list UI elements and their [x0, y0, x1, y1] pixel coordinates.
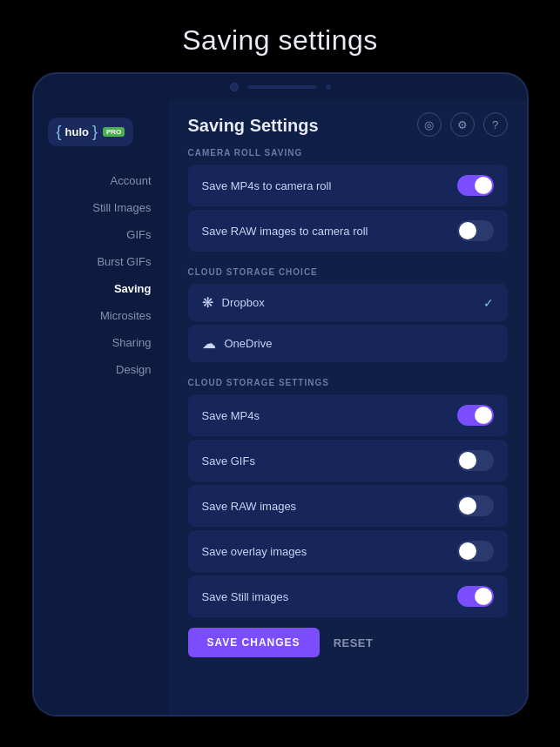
sidebar-item-account[interactable]: Account [34, 167, 169, 194]
gear-icon: ⚙ [457, 118, 468, 131]
camera-roll-row-1-text: Save RAW images to camera roll [202, 225, 368, 238]
logo-brace-open: { [57, 123, 62, 141]
tablet-top-bar [34, 74, 527, 100]
selected-check-icon: ✓ [483, 296, 494, 310]
cloud-settings-row-2: Save RAW images [188, 485, 508, 527]
settings-icon-btn[interactable]: ⚙ [450, 112, 475, 137]
cloud-settings-row-4: Save Still images [188, 575, 508, 617]
location-icon-btn[interactable]: ◎ [417, 112, 442, 137]
sidebar-item-burst-gifs[interactable]: Burst GIFs [34, 248, 169, 275]
sidebar-item-still-images[interactable]: Still Images [34, 194, 169, 221]
onedrive-label: OneDrive [225, 337, 273, 350]
main-content: ◎ ⚙ ? Saving Settings CAMERA ROLL SAVING… [169, 100, 527, 715]
camera-roll-row-0-text: Save MP4s to camera roll [202, 179, 332, 192]
cloud-choice-label: CLOUD STORAGE CHOICE [188, 267, 508, 277]
dropbox-label: Dropbox [222, 296, 265, 309]
cloud-settings-row-1: Save GIFs [188, 440, 508, 481]
cloud-settings-row-0-text: Save MP4s [202, 409, 260, 422]
button-row: SAVE CHANGES RESET [188, 628, 508, 657]
reset-button[interactable]: RESET [334, 636, 374, 649]
cloud-settings-row-3: Save overlay images [188, 530, 508, 572]
sidebar-item-sharing[interactable]: Sharing [34, 329, 169, 356]
toggle-thumb-c4 [475, 588, 492, 605]
save-changes-button[interactable]: SAVE CHANGES [188, 628, 320, 657]
onedrive-icon: ☁ [202, 335, 216, 352]
cloud-settings-row-2-text: Save RAW images [202, 500, 297, 513]
tablet-dot-right [326, 84, 331, 90]
cloud-settings-row-3-text: Save overlay images [202, 545, 307, 558]
cloud-settings-label: CLOUD STORAGE SETTINGS [188, 378, 508, 387]
cloud-settings-row-4-text: Save Still images [202, 590, 289, 603]
cloud-toggle-1[interactable] [457, 450, 494, 471]
toggle-thumb-c0 [475, 407, 492, 424]
dropbox-icon: ❋ [202, 294, 213, 311]
help-icon-btn[interactable]: ? [483, 112, 508, 137]
cloud-choice-onedrive[interactable]: ☁ OneDrive [188, 325, 508, 362]
help-icon: ? [492, 118, 498, 131]
camera-roll-toggle-1[interactable] [457, 220, 494, 241]
logo-brace-close: } [92, 123, 98, 141]
cloud-toggle-0[interactable] [457, 405, 494, 426]
page-title: Saving settings [182, 24, 378, 57]
camera-roll-toggle-0[interactable] [457, 175, 494, 196]
camera-roll-row-1: Save RAW images to camera roll [188, 210, 508, 252]
camera-roll-row-0: Save MP4s to camera roll [188, 165, 508, 206]
cloud-toggle-2[interactable] [457, 495, 494, 516]
sidebar-item-microsites[interactable]: Microsites [34, 302, 169, 329]
sidebar-item-gifs[interactable]: GIFs [34, 221, 169, 248]
toggle-thumb-c2 [459, 497, 476, 515]
sidebar-item-saving[interactable]: Saving [34, 275, 169, 302]
cloud-settings-row-1-text: Save GIFs [202, 454, 255, 468]
camera-roll-label: CAMERA ROLL SAVING [188, 148, 508, 158]
speaker-bar [247, 85, 317, 89]
toggle-thumb-c1 [459, 452, 476, 469]
location-icon: ◎ [424, 118, 434, 131]
tablet-frame: { hulo } PRO Account Still Images GIFs B… [32, 72, 529, 717]
cloud-choice-dropbox[interactable]: ❋ Dropbox ✓ [188, 284, 508, 321]
tablet-content: { hulo } PRO Account Still Images GIFs B… [34, 100, 527, 715]
camera-dot [230, 83, 239, 91]
cloud-toggle-4[interactable] [457, 586, 494, 607]
toggle-thumb-1 [459, 222, 476, 239]
cloud-settings-row-0: Save MP4s [188, 394, 508, 436]
logo-pro-badge: PRO [103, 127, 125, 137]
logo-text: hulo [65, 125, 89, 138]
logo-box: { hulo } PRO [48, 118, 134, 146]
sidebar: { hulo } PRO Account Still Images GIFs B… [34, 100, 169, 715]
cloud-toggle-3[interactable] [457, 541, 494, 562]
toggle-thumb-0 [475, 177, 492, 194]
sidebar-item-design[interactable]: Design [34, 356, 169, 383]
toggle-thumb-c3 [459, 542, 476, 560]
top-icons: ◎ ⚙ ? [417, 112, 508, 137]
logo-area: { hulo } PRO [34, 118, 148, 167]
